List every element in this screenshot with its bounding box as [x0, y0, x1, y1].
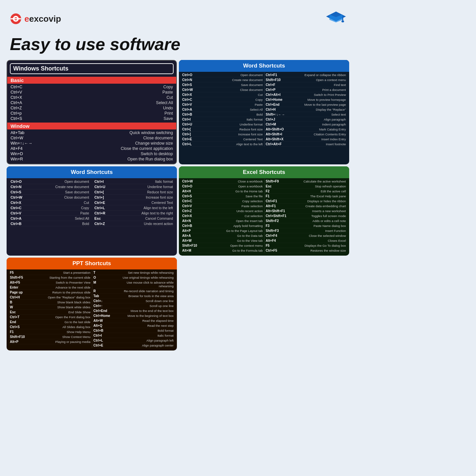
- shortcut-key: F1: [10, 330, 28, 334]
- shortcut-desc: Undo: [163, 106, 173, 110]
- shortcut-key: Ctrl+[: [95, 190, 114, 194]
- shortcut-key: F3: [266, 224, 284, 228]
- shortcut-key: Ctrl+V: [182, 103, 200, 106]
- shortcut-desc: Move to preview homepage: [307, 98, 346, 101]
- word-right-shortcut-item: Ctrl+EndMove to the last preview page: [265, 102, 347, 107]
- shortcut-desc: Open document: [240, 73, 263, 77]
- shortcut-key: Alt+Shift+O: [266, 127, 284, 131]
- shortcut-key: Shift+F10: [266, 78, 284, 82]
- shortcut-desc: Citation Contents Entry: [314, 132, 346, 136]
- shortcut-desc: Italic format: [155, 180, 173, 183]
- shortcut-key: Ctrl+↓: [94, 299, 112, 303]
- excel-shortcut-item: Alt+PGo to the Page Layout tab: [182, 228, 264, 233]
- logo-icon: [10, 13, 22, 25]
- word-left-shortcut-item: Ctrl+[Reduce font size: [93, 189, 175, 195]
- shortcut-desc: Closes Excel: [328, 239, 346, 242]
- excel-shortcut-item: Ctrl+BApply bold formatting: [182, 223, 264, 228]
- shortcut-desc: Increase font size: [146, 195, 173, 199]
- ppt-shortcut-item: Page upReturn to the previous slide: [9, 290, 91, 295]
- windows-window-label: Window: [7, 123, 176, 129]
- shortcut-desc: Open the "Replace" dialog box: [48, 295, 90, 299]
- shortcut-desc: Restores the window size: [310, 249, 346, 252]
- shortcut-desc: Move to the last preview page: [304, 103, 346, 106]
- shortcut-key: Ctrl+N: [182, 78, 200, 82]
- word-right-shortcut-item: Ctrl+VPaste: [182, 102, 264, 107]
- shortcut-key: Ctrl+Home: [266, 98, 284, 101]
- shortcut-desc: Switch to Presenter View: [56, 281, 90, 284]
- word-left-shortcut-item: Ctrl+OOpen document: [9, 179, 91, 184]
- word-right-shortcut-item: Ctrl+PPrint a document: [265, 87, 347, 92]
- shortcut-desc: Quick window switching: [129, 130, 173, 135]
- ppt-panel: PPT Shortcuts F5Start a presentationShif…: [7, 258, 177, 350]
- shortcut-desc: Open a context menu: [316, 78, 346, 82]
- ppt-shortcut-item: TabBrowse for tools in the view area: [93, 294, 175, 298]
- word-right-shortcut-item: Ctrl+NCreate new document: [182, 77, 264, 82]
- shortcut-desc: Close a workbook: [238, 180, 263, 183]
- shortcut-key: Ctrl+N: [11, 185, 30, 189]
- word-right-shortcut-item: Ctrl+[Reduce font size: [182, 127, 264, 132]
- shortcut-key: Ctrl+C: [11, 85, 22, 89]
- shortcut-key: Ctrl+End: [266, 103, 284, 106]
- windows-basic-shortcuts: Ctrl+CCopyCtrl+VPasteCtrl+XCutCtrl+ASele…: [7, 84, 176, 121]
- shortcut-key: Shift+F2: [266, 219, 284, 223]
- ppt-shortcut-item: Ctrl+TOpen the Font dialog box: [9, 315, 91, 320]
- windows-shortcut-row: Ctrl+XCut: [7, 95, 176, 100]
- shortcut-desc: Save document: [65, 190, 89, 194]
- excel-shortcut-item: Ctrl+F5Restores the window size: [265, 248, 347, 253]
- word-right-shortcut-item: Ctrl+FFind text: [265, 82, 347, 87]
- shortcut-key: F5: [10, 271, 28, 274]
- shortcut-desc: Open the context menu: [230, 244, 263, 247]
- excel-shortcut-item: Alt+NOpen the Insert tab: [182, 218, 264, 223]
- shortcut-key: Ctrl+]: [95, 195, 114, 199]
- shortcut-key: Alt+Shift+X: [266, 137, 284, 141]
- shortcut-key: F5: [266, 244, 284, 247]
- shortcut-key: Ctrl+O: [182, 184, 200, 188]
- excel-shortcut-item: Alt+Shift+F1Inserts a new worksheet: [265, 209, 347, 213]
- shortcut-key: Ctrl+J: [266, 118, 284, 121]
- word-right-header: Word Shortcuts: [179, 60, 349, 72]
- shortcut-desc: Set new timings while rehearsing: [128, 271, 174, 274]
- shortcut-key: Ctrl+[: [182, 127, 200, 131]
- word-right-shortcut-item: Ctrl+HDisplay the "Replace": [265, 107, 347, 112]
- excel-shortcut-item: Ctrl+F1Displays or hides the ribbon: [265, 199, 347, 204]
- shortcut-key: Enter: [10, 286, 28, 289]
- word-left-shortcut-item: Ctrl+]Increase font size: [93, 195, 175, 200]
- shortcut-desc: Insert Index Entry: [322, 137, 346, 141]
- shortcut-key: Ctrl+L: [95, 206, 114, 210]
- excel-shortcut-item: Shift+F2Adds or edits a cell note: [265, 218, 347, 223]
- shortcut-key: Ctrl+R: [95, 211, 114, 215]
- word-right-shortcut-item: Alt+Shift+OMark Catalog Entry: [265, 127, 347, 132]
- shortcut-key: Ctrl+C: [182, 199, 200, 203]
- word-right-shortcut-item: Shift+F10Open a context menu: [265, 77, 347, 82]
- shortcut-desc: Cut: [258, 93, 263, 97]
- word-right-shortcut-item: Ctrl+CCopy: [182, 97, 264, 102]
- word-left-shortcut-item: EscCancel Command: [93, 216, 175, 221]
- shortcut-key: Ctrl+E: [182, 137, 200, 141]
- word-left-shortcut-item: Ctrl+CCopy: [9, 205, 91, 210]
- ppt-shortcut-item: EnterAdvance to the next slide: [9, 285, 91, 290]
- shortcut-key: Shift+F5: [10, 276, 28, 279]
- shortcut-desc: Centered Text: [243, 137, 263, 141]
- ppt-shortcut-item: Alt+F5Switch to Presenter View: [9, 280, 91, 285]
- shortcut-desc: Paste: [255, 103, 263, 106]
- shortcuts-grid: Windows Shortcuts Basic Ctrl+CCopyCtrl+V…: [7, 60, 349, 350]
- word-left-shortcut-item: Ctrl+VPaste: [9, 210, 91, 216]
- word-left-shortcut-item: Ctrl+NCreate new document: [9, 184, 91, 189]
- shortcut-key: Ctrl+V: [11, 90, 22, 95]
- ppt-shortcut-item: TSet new timings while rehearsing: [93, 270, 175, 275]
- shortcut-key: Shift+F3: [266, 229, 284, 233]
- shortcut-desc: Go to the Formula tab: [232, 249, 263, 252]
- ppt-shortcut-item: Ctrl+↑Scroll up one line: [93, 303, 175, 308]
- shortcut-desc: Show blank black slides: [57, 300, 91, 304]
- word-left-shortcut-item: Ctrl+WClose document: [9, 195, 91, 200]
- word-right-shortcut-item: Ctrl+UUnderline format: [182, 122, 264, 127]
- shortcut-key: Ctrl+W: [11, 136, 23, 140]
- word-right-shortcut-item: Ctrl+JAlign paragraph: [265, 117, 347, 122]
- word-right-shortcut-item: Ctrl+SSave document: [182, 82, 264, 87]
- shortcut-desc: Save document: [241, 83, 263, 87]
- ppt-shortcut-item: Ctrl+SAll Slides dialog box: [9, 324, 91, 329]
- shortcut-desc: Go to the Home tab: [236, 189, 263, 193]
- shortcut-key: Ctrl+O: [182, 73, 200, 77]
- shortcut-key: Ctrl+M: [266, 123, 284, 126]
- shortcut-key: T: [94, 271, 112, 274]
